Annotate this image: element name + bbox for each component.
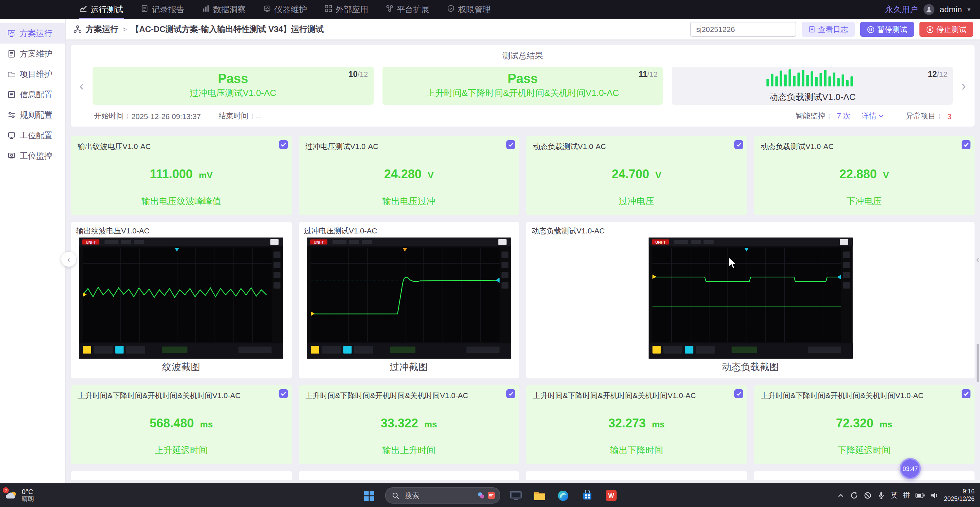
sidebar-item-station-config[interactable]: 工位配置: [0, 125, 65, 146]
end-time-value: --: [256, 112, 261, 120]
measurement-unit: ms: [652, 419, 665, 429]
tray-blocked-icon[interactable]: [864, 491, 872, 499]
microsoft-store-icon[interactable]: [579, 487, 595, 504]
nav-tab-label: 权限管理: [458, 4, 491, 15]
sidebar: 方案运行 方案维护 项目维护 信息配置 规则配置 工位配置 工位监控: [0, 19, 66, 484]
rule-config-icon: [8, 111, 16, 119]
sidebar-item-info-config[interactable]: 信息配置: [0, 84, 65, 105]
detail-link[interactable]: 详情: [862, 111, 884, 121]
sidebar-item-label: 方案维护: [20, 48, 52, 60]
stop-test-button[interactable]: 停止测试: [920, 22, 973, 37]
result-index: 11: [639, 70, 647, 79]
select-checkbox[interactable]: [734, 389, 743, 398]
result-status: Pass: [508, 72, 538, 85]
nav-tab-run-test[interactable]: 运行测试: [71, 0, 132, 19]
run-test-icon: [80, 5, 87, 14]
search-icon: [392, 492, 399, 499]
taskbar-clock[interactable]: 9:16 2025/12/26: [944, 488, 975, 503]
tray-volume-icon[interactable]: [930, 491, 939, 499]
result-card-overshoot[interactable]: 10/12 Pass 过冲电压测试V1.0-AC: [92, 67, 373, 105]
measurement-title: 上升时间&下降时间&开机时间&关机时间V1.0-AC: [760, 391, 968, 401]
abnormal-label: 异常项目：: [906, 111, 943, 121]
select-checkbox[interactable]: [962, 389, 970, 398]
weather-badge: 2: [3, 487, 9, 493]
wps-office-icon[interactable]: W: [603, 487, 619, 504]
nav-tab-report[interactable]: 记录报告: [132, 0, 193, 19]
measurement-value: 22.880: [840, 167, 877, 181]
windows-taskbar: 2 0°C 晴朗: [0, 483, 980, 507]
breadcrumb-separator: >: [123, 25, 127, 33]
sidebar-item-plan-maintain[interactable]: 方案维护: [0, 44, 65, 64]
scope-caption: 动态负载截图: [531, 361, 969, 373]
svg-text:UNI-T: UNI-T: [655, 240, 665, 244]
external-apps-icon: [325, 5, 332, 14]
oscilloscope-screenshot[interactable]: UNI-T: [79, 237, 283, 359]
sidebar-collapse-handle[interactable]: ‹: [61, 252, 76, 267]
tray-sync-icon[interactable]: [850, 491, 858, 499]
view-log-button[interactable]: 查看日志: [802, 22, 855, 37]
nav-tab-permissions[interactable]: 权限管理: [438, 0, 500, 19]
measurement-card: 上升时间&下降时间&开机时间&关机时间V1.0-AC 568.480ms 上升延…: [71, 385, 292, 464]
measurement-title: 上升时间&下降时间&开机时间&关机时间V1.0-AC: [78, 391, 285, 401]
measurement-label: 输出下降时间: [526, 444, 747, 457]
nav-tab-instrument[interactable]: 仪器维护: [255, 0, 316, 19]
task-view-app-icon[interactable]: [508, 487, 524, 504]
sidebar-item-project-maintain[interactable]: 项目维护: [0, 64, 65, 84]
sidebar-item-plan-run[interactable]: 方案运行: [0, 23, 65, 44]
job-number-input[interactable]: [690, 22, 796, 37]
select-checkbox[interactable]: [506, 389, 515, 398]
result-card-dynamic-load[interactable]: 12/12 动态负载测试V1.0-AC: [672, 67, 953, 105]
measurement-title: 动态负载测试V1.0-AC: [760, 141, 968, 152]
nav-tab-platform-extension[interactable]: 平台扩展: [377, 0, 438, 19]
nav-tab-data-insight[interactable]: 数据洞察: [193, 0, 255, 19]
taskbar-weather-widget[interactable]: 2 0°C 晴朗: [5, 488, 34, 503]
result-status: Pass: [218, 72, 248, 85]
edge-browser-icon[interactable]: [555, 487, 571, 504]
nav-tab-external-apps[interactable]: 外部应用: [316, 0, 377, 19]
breadcrumb-root[interactable]: 方案运行: [86, 24, 118, 35]
user-menu-caret-icon[interactable]: ▾: [967, 6, 970, 13]
select-checkbox[interactable]: [279, 140, 288, 149]
start-button[interactable]: [361, 487, 377, 504]
app-root: 运行测试 记录报告 数据洞察 仪器维护 外部应用 平台扩展: [0, 0, 980, 507]
nav-tab-label: 运行测试: [91, 4, 123, 15]
tray-battery-icon[interactable]: [915, 492, 925, 499]
sidebar-item-label: 方案运行: [20, 27, 52, 39]
oscilloscope-screenshot[interactable]: UNI-T: [307, 237, 511, 359]
result-card-rise-fall[interactable]: 11/12 Pass 上升时间&下降时间&开机时间&关机时间V1.0-AC: [382, 67, 663, 105]
taskbar-search-box[interactable]: [385, 487, 500, 504]
file-explorer-icon[interactable]: [531, 487, 547, 504]
pause-test-button[interactable]: 暂停测试: [860, 22, 914, 37]
measurement-label: 输出上升时间: [298, 444, 519, 457]
search-input[interactable]: [403, 491, 463, 500]
main-content: 测试总结果 ‹ 10/12 Pass 过冲电压测试V1.0-AC 11/12 P…: [65, 40, 980, 484]
user-avatar[interactable]: [924, 4, 934, 15]
measurement-card: 上升时间&下降时间&开机时间&关机时间V1.0-AC 72.320ms 下降延迟…: [754, 385, 975, 464]
right-panel-handle[interactable]: ‹: [976, 253, 979, 265]
data-insight-icon: [202, 5, 210, 14]
sidebar-item-rule-config[interactable]: 规则配置: [0, 105, 65, 125]
carousel-prev-icon[interactable]: ‹: [76, 67, 87, 105]
measurement-unit: V: [428, 170, 434, 180]
username-label: admin: [940, 5, 962, 14]
vertical-scrollbar-thumb[interactable]: [977, 344, 979, 382]
select-checkbox[interactable]: [734, 140, 743, 149]
test-timer-badge[interactable]: 03:47: [900, 458, 921, 479]
select-checkbox[interactable]: [279, 389, 288, 398]
sidebar-item-station-monitor[interactable]: 工位监控: [0, 146, 65, 166]
ime-mode-indicator[interactable]: 拼: [903, 491, 910, 500]
measurement-card: 动态负载测试V1.0-AC 24.700V 过冲电压: [526, 136, 747, 215]
ime-language-indicator[interactable]: 英: [891, 491, 898, 500]
abnormal-count: 3: [947, 112, 951, 120]
select-checkbox[interactable]: [506, 140, 515, 149]
tray-microphone-icon[interactable]: [877, 491, 885, 499]
sidebar-item-label: 工位配置: [20, 130, 52, 141]
breadcrumb: 方案运行 > 【AC-DC测试方案-输入输出特性测试 V34】运行测试: [73, 24, 324, 35]
select-checkbox[interactable]: [962, 140, 970, 149]
scope-card-dynamic-load: 动态负载测试V1.0-AC UNI-T: [526, 222, 975, 378]
tray-expand-icon[interactable]: [837, 492, 845, 499]
oscilloscope-screenshot[interactable]: UNI-T: [648, 237, 853, 359]
station-monitor-icon: [8, 152, 16, 160]
partial-card: [526, 471, 747, 480]
carousel-next-icon[interactable]: ›: [958, 67, 969, 105]
